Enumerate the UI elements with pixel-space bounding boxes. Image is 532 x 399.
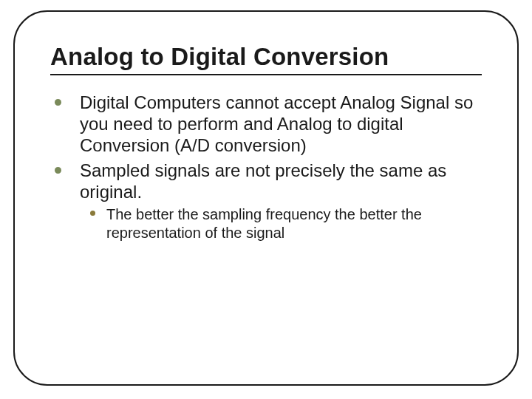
sub-bullet-text: The better the sampling frequency the be… xyxy=(106,206,422,240)
slide: Analog to Digital Conversion Digital Com… xyxy=(0,0,532,399)
slide-body: Digital Computers cannot accept Analog S… xyxy=(50,92,482,242)
sub-bullet-item-1: The better the sampling frequency the be… xyxy=(80,205,482,242)
sub-bullet-list: The better the sampling frequency the be… xyxy=(80,205,482,242)
title-underline xyxy=(50,74,482,75)
bullet-item-1: Digital Computers cannot accept Analog S… xyxy=(50,92,482,157)
slide-title: Analog to Digital Conversion xyxy=(50,43,482,71)
bullet-text: Digital Computers cannot accept Analog S… xyxy=(80,92,473,156)
bullet-item-2: Sampled signals are not precisely the sa… xyxy=(50,160,482,242)
slide-frame: Analog to Digital Conversion Digital Com… xyxy=(13,10,519,386)
bullet-list: Digital Computers cannot accept Analog S… xyxy=(50,92,482,242)
bullet-text: Sampled signals are not precisely the sa… xyxy=(80,160,446,202)
